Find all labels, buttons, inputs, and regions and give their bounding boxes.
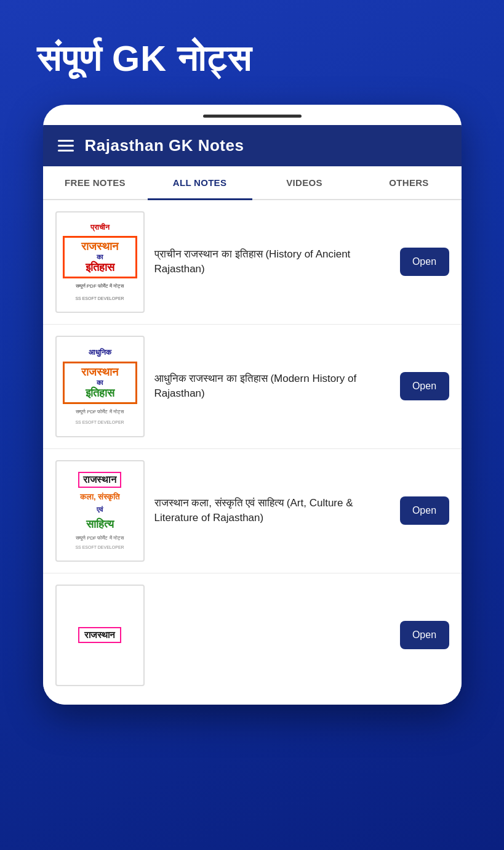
phone-notch — [203, 115, 302, 118]
note-title-3: राजस्थान कला, संस्कृति एवं साहित्य (Art,… — [154, 496, 390, 525]
note-thumbnail-4: राजस्थान — [55, 585, 145, 686]
note-title-2: आधुनिक राजस्थान का इतिहास (Modern Histor… — [154, 371, 390, 401]
note-info-3: राजस्थान कला, संस्कृति एवं साहित्य (Art,… — [154, 496, 390, 525]
note-info-1: प्राचीन राजस्थान का इतिहास (History of A… — [154, 247, 390, 277]
list-item: राजस्थान Open — [43, 573, 462, 705]
tab-videos[interactable]: VIDEOS — [252, 166, 357, 199]
app-header: Rajasthan GK Notes — [43, 125, 462, 166]
note-thumbnail-3: राजस्थान कला, संस्कृति एवं साहित्य सम्पू… — [55, 460, 145, 562]
phone-mockup: Rajasthan GK Notes FREE NOTES ALL NOTES … — [43, 105, 462, 705]
notes-list: प्राचीन राजस्थान का इतिहास सम्पूर्ण PDF … — [43, 200, 462, 705]
list-item: राजस्थान कला, संस्कृति एवं साहित्य सम्पू… — [43, 449, 462, 573]
menu-icon[interactable] — [58, 140, 74, 152]
tab-free-notes[interactable]: FREE NOTES — [43, 166, 148, 199]
open-button-4[interactable]: Open — [400, 621, 449, 649]
open-button-1[interactable]: Open — [400, 248, 449, 276]
note-thumbnail-2: आधुनिक राजस्थान का इतिहास सम्पूर्ण PDF फ… — [55, 336, 145, 437]
list-item: प्राचीन राजस्थान का इतिहास सम्पूर्ण PDF … — [43, 200, 462, 325]
tab-bar: FREE NOTES ALL NOTES VIDEOS OTHERS — [43, 166, 462, 200]
note-title-1: प्राचीन राजस्थान का इतिहास (History of A… — [154, 247, 390, 277]
note-thumbnail-1: प्राचीन राजस्थान का इतिहास सम्पूर्ण PDF … — [55, 211, 145, 313]
page-title: संपूर्ण GK नोट्स — [0, 0, 504, 105]
tab-all-notes[interactable]: ALL NOTES — [148, 166, 252, 199]
app-title: Rajasthan GK Notes — [85, 136, 244, 155]
list-item: आधुनिक राजस्थान का इतिहास सम्पूर्ण PDF फ… — [43, 325, 462, 449]
tab-others[interactable]: OTHERS — [357, 166, 462, 199]
open-button-2[interactable]: Open — [400, 372, 449, 400]
open-button-3[interactable]: Open — [400, 496, 449, 525]
note-info-2: आधुनिक राजस्थान का इतिहास (Modern Histor… — [154, 371, 390, 401]
